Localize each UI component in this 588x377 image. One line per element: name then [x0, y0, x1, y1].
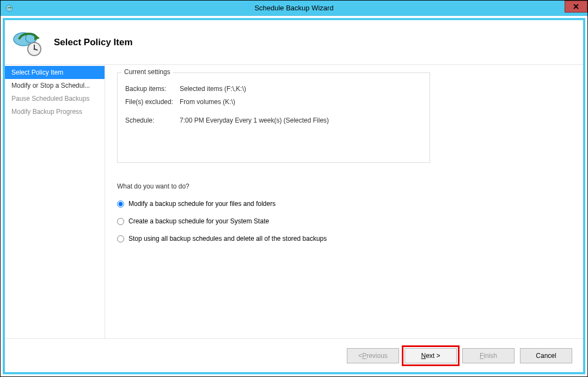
radio-modify-schedule-label[interactable]: Modify a backup schedule for your files … [128, 200, 275, 208]
label-files-excluded: File(s) excluded: [125, 98, 180, 106]
current-settings-legend: Current settings [122, 68, 173, 76]
page-heading: Select Policy Item [54, 37, 133, 48]
row-files-excluded: File(s) excluded: From volumes (K:\) [125, 98, 422, 106]
wizard-window: Schedule Backup Wizard [0, 0, 588, 377]
previous-button: < Previous [347, 348, 399, 363]
row-backup-items: Backup items: Selected items (F:\,K:\) [125, 85, 422, 93]
value-files-excluded: From volumes (K:\) [180, 98, 235, 106]
wizard-nav: Select Policy Item Modify or Stop a Sche… [5, 65, 105, 338]
label-backup-items: Backup items: [125, 85, 180, 93]
radio-create-system-state[interactable]: Create a backup schedule for your System… [117, 217, 571, 225]
wizard-inner: Select Policy Item Select Policy Item Mo… [3, 18, 585, 374]
radio-stop-delete-label[interactable]: Stop using all backup schedules and dele… [128, 235, 327, 242]
label-schedule: Schedule: [125, 117, 180, 124]
wizard-footer: < Previous Next > Finish Cancel [5, 338, 583, 372]
value-backup-items: Selected items (F:\,K:\) [180, 85, 246, 93]
wizard-content: Current settings Backup items: Selected … [105, 65, 583, 338]
nav-item-select-policy[interactable]: Select Policy Item [5, 66, 105, 79]
question-text: What do you want to do? [117, 183, 571, 190]
svg-point-10 [34, 48, 35, 50]
close-button[interactable] [565, 1, 587, 13]
row-schedule: Schedule: 7:00 PM Everyday Every 1 week(… [125, 117, 422, 124]
wizard-header: Select Policy Item [5, 20, 583, 65]
nav-item-modify-progress: Modify Backup Progress [5, 105, 105, 118]
titlebar: Schedule Backup Wizard [1, 1, 587, 16]
radio-create-system-state-input[interactable] [117, 218, 124, 225]
finish-button: Finish [462, 348, 514, 363]
nav-item-pause-backups: Pause Scheduled Backups [5, 92, 105, 105]
radio-stop-delete-input[interactable] [117, 235, 124, 242]
value-schedule: 7:00 PM Everyday Every 1 week(s) (Select… [180, 117, 329, 124]
current-settings-group: Current settings Backup items: Selected … [117, 72, 430, 163]
app-icon [5, 4, 14, 13]
window-title: Schedule Backup Wizard [254, 4, 333, 12]
backup-cloud-clock-icon [11, 28, 44, 57]
radio-modify-schedule-input[interactable] [117, 200, 124, 208]
cancel-button[interactable]: Cancel [520, 348, 572, 363]
radio-create-system-state-label[interactable]: Create a backup schedule for your System… [128, 217, 269, 225]
radio-modify-schedule[interactable]: Modify a backup schedule for your files … [117, 200, 571, 208]
radio-group-action: Modify a backup schedule for your files … [117, 200, 571, 242]
nav-item-modify-stop[interactable]: Modify or Stop a Schedul... [5, 79, 105, 92]
radio-stop-delete[interactable]: Stop using all backup schedules and dele… [117, 235, 571, 242]
wizard-body: Select Policy Item Modify or Stop a Sche… [5, 65, 583, 338]
svg-marker-6 [34, 34, 40, 40]
next-button[interactable]: Next > [405, 348, 457, 363]
